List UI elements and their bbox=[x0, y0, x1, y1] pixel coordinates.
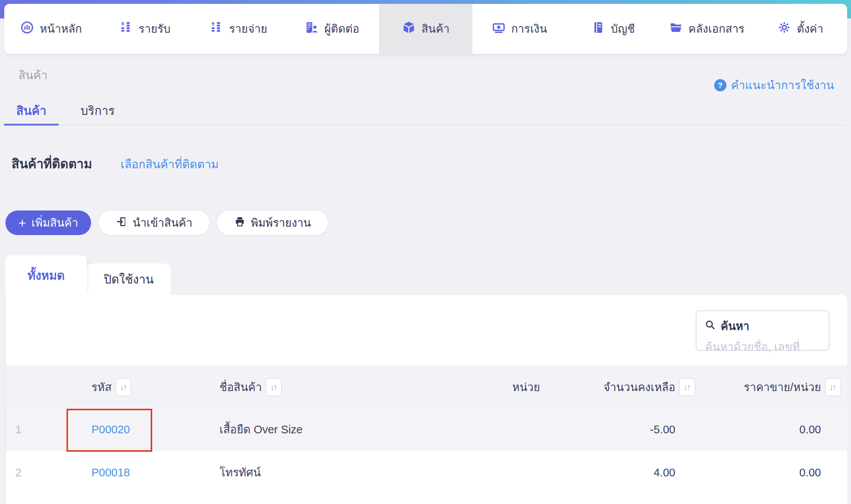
income-icon bbox=[119, 20, 133, 37]
product-price: 0.00 bbox=[695, 466, 848, 479]
tracked-products-title: สินค้าที่ติดตาม bbox=[12, 154, 92, 174]
nav-item-label: สินค้า bbox=[421, 20, 449, 38]
nav-item-label: การเงิน bbox=[511, 20, 547, 38]
question-circle-icon: ? bbox=[714, 79, 726, 91]
product-box-icon bbox=[402, 20, 416, 37]
gear-icon bbox=[777, 20, 791, 37]
product-quantity: -5.00 bbox=[560, 423, 695, 436]
nav-item-label: รายจ่าย bbox=[229, 20, 267, 38]
product-name: เสื้อยืด Over Size bbox=[214, 421, 472, 438]
nav-item-expense[interactable]: รายจ่าย bbox=[191, 4, 285, 54]
dashboard-icon bbox=[20, 20, 34, 37]
nav-item-label: คลังเอกสาร bbox=[688, 20, 745, 38]
filter-tabs: ทั้งหมด ปิดใช้งาน bbox=[5, 255, 171, 295]
help-link[interactable]: ? คำแนะนำการใช้งาน bbox=[714, 76, 834, 94]
breadcrumb: สินค้า bbox=[18, 66, 48, 84]
product-quantity: 4.00 bbox=[560, 466, 695, 479]
tab-services[interactable]: บริการ bbox=[69, 101, 126, 120]
active-tab-indicator bbox=[4, 124, 59, 126]
product-price: 0.00 bbox=[695, 423, 848, 436]
table-row: 2 P00018 โทรทัศน์ 4.00 0.00 bbox=[6, 451, 847, 494]
add-product-label: เพิ่มสินค้า bbox=[32, 214, 78, 232]
tracked-products-section: สินค้าที่ติดตาม เลือกสินค้าที่ติดตาม bbox=[12, 154, 219, 174]
table-body: 1 P00020 เสื้อยืด Over Size -5.00 0.00 2… bbox=[6, 408, 847, 494]
nav-item-label: รายรับ bbox=[139, 20, 171, 38]
product-code-link[interactable]: P00018 bbox=[91, 466, 214, 479]
ledger-icon bbox=[591, 20, 605, 37]
page-tabs: สินค้า บริการ bbox=[4, 97, 847, 125]
row-index: 2 bbox=[6, 466, 91, 479]
search-label: ค้นหา bbox=[721, 317, 750, 335]
sort-icon[interactable]: ↓↑ bbox=[115, 378, 131, 396]
filter-tab-disabled[interactable]: ปิดใช้งาน bbox=[87, 264, 171, 295]
table-header-row: รหัส ↓↑ ชื่อสินค้า ↓↑ หน่วย จำนวนคงเหลือ… bbox=[6, 366, 847, 408]
nav-item-accounting[interactable]: บัญชี bbox=[566, 4, 660, 54]
add-product-button[interactable]: + เพิ่มสินค้า bbox=[5, 211, 91, 235]
search-placeholder: ค้นหาด้วยชื่อ, เลขที่ bbox=[705, 338, 820, 356]
printer-icon bbox=[234, 216, 246, 230]
nav-item-products[interactable]: สินค้า bbox=[379, 4, 473, 54]
header-cell-unit: หน่วย bbox=[472, 378, 560, 396]
header-label: หน่วย bbox=[512, 378, 540, 396]
sort-icon[interactable]: ↓↑ bbox=[679, 378, 695, 396]
contacts-icon bbox=[305, 20, 319, 37]
header-label: รหัส bbox=[91, 378, 111, 396]
nav-item-documents[interactable]: คลังเอกสาร bbox=[660, 4, 754, 54]
header-cell-price: ราคาขาย/หน่วย ↓↑ bbox=[695, 378, 848, 396]
header-cell-name: ชื่อสินค้า ↓↑ bbox=[214, 378, 472, 396]
folder-icon bbox=[669, 20, 683, 37]
import-products-button[interactable]: นำเข้าสินค้า bbox=[99, 211, 209, 235]
tab-products[interactable]: สินค้า bbox=[4, 101, 59, 120]
row-index: 1 bbox=[6, 423, 91, 436]
select-tracked-products-link[interactable]: เลือกสินค้าที่ติดตาม bbox=[121, 155, 219, 173]
import-products-label: นำเข้าสินค้า bbox=[133, 214, 192, 232]
header-label: ชื่อสินค้า bbox=[219, 378, 262, 396]
nav-item-finance[interactable]: การเงิน bbox=[472, 4, 566, 54]
products-panel: ค้นหา ค้นหาด้วยชื่อ, เลขที่ รหัส ↓↑ ชื่อ… bbox=[5, 295, 847, 504]
plus-icon: + bbox=[18, 216, 26, 229]
action-buttons: + เพิ่มสินค้า นำเข้าสินค้า พิมพ์รายงาน bbox=[5, 211, 328, 235]
nav-item-label: ผู้ติดต่อ bbox=[324, 20, 359, 38]
nav-item-contacts[interactable]: ผู้ติดต่อ bbox=[285, 4, 379, 54]
nav-item-income[interactable]: รายรับ bbox=[98, 4, 192, 54]
nav-item-home[interactable]: หน้าหลัก bbox=[4, 4, 98, 54]
nav-item-label: บัญชี bbox=[611, 20, 635, 38]
main-navbar: หน้าหลัก รายรับ รายจ่าย ผู้ติดต่อ สินค้า… bbox=[4, 4, 847, 54]
search-icon bbox=[705, 320, 715, 333]
sort-icon[interactable]: ↓↑ bbox=[825, 378, 841, 396]
nav-item-label: ตั้งค่า bbox=[797, 20, 823, 38]
sort-icon[interactable]: ↓↑ bbox=[266, 378, 282, 396]
header-label: จำนวนคงเหลือ bbox=[603, 378, 675, 396]
product-name: โทรทัศน์ bbox=[214, 464, 472, 481]
header-label: ราคาขาย/หน่วย bbox=[744, 378, 821, 396]
nav-item-label: หน้าหลัก bbox=[40, 20, 82, 38]
product-code-link[interactable]: P00020 bbox=[91, 423, 214, 436]
print-report-button[interactable]: พิมพ์รายงาน bbox=[217, 211, 328, 235]
table-row: 1 P00020 เสื้อยืด Over Size -5.00 0.00 bbox=[6, 408, 847, 451]
help-link-label: คำแนะนำการใช้งาน bbox=[731, 76, 834, 94]
print-report-label: พิมพ์รายงาน bbox=[251, 214, 311, 232]
filter-tab-all[interactable]: ทั้งหมด bbox=[5, 255, 87, 295]
nav-item-settings[interactable]: ตั้งค่า bbox=[753, 4, 847, 54]
header-cell-code: รหัส ↓↑ bbox=[91, 378, 214, 396]
header-cell-quantity: จำนวนคงเหลือ ↓↑ bbox=[560, 378, 695, 396]
import-icon bbox=[116, 216, 127, 230]
banknote-icon bbox=[492, 20, 506, 37]
search-input[interactable]: ค้นหา ค้นหาด้วยชื่อ, เลขที่ bbox=[696, 310, 829, 351]
expense-icon bbox=[209, 20, 224, 37]
